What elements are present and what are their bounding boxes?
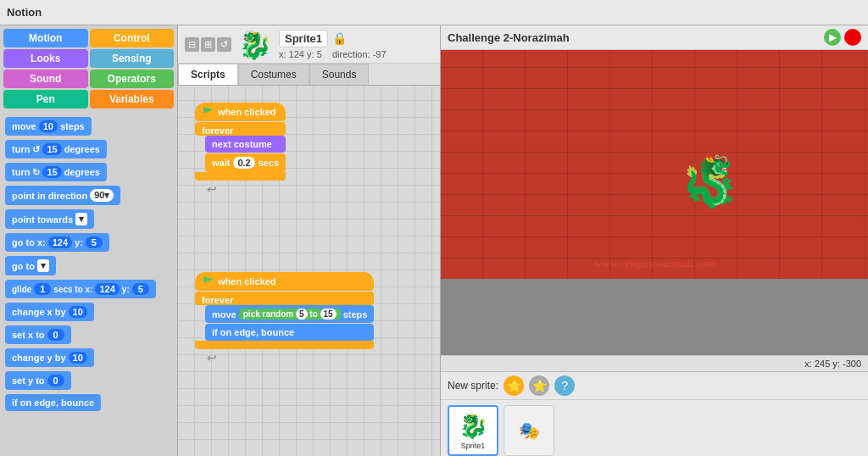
block-edge-bounce[interactable]: if on edge, bounce: [5, 394, 101, 411]
block-glide[interactable]: glide 1 secs to x: 124 y: 5: [5, 280, 156, 298]
blocks-list: move 10 steps turn ↺ 15 degrees turn ↻ 1…: [0, 112, 177, 456]
block-change-x[interactable]: change x by 10: [5, 303, 94, 321]
bottom-panel: New sprite: ⭐ ⭐ ? 🐉 Sprite1 🎭: [441, 371, 868, 456]
stop-button[interactable]: [844, 29, 861, 46]
tab-sounds[interactable]: Sounds: [309, 64, 370, 85]
sprite-header: ⊟ ⊞ ↺ 🐉 Sprite1 🔒 x: 124 y: 5 direction:…: [178, 25, 440, 64]
block-categories: Motion Control Looks Sensing Sound Opera…: [0, 25, 177, 112]
cat-sound[interactable]: Sound: [3, 70, 88, 88]
block-row: if on edge, bounce: [5, 394, 172, 411]
left-panel: Motion Control Looks Sensing Sound Opera…: [0, 25, 178, 456]
stage-title: Challenge 2-Norazimah: [448, 31, 570, 44]
block-row: turn ↺ 15 degrees: [5, 140, 172, 158]
script-group-1: when clicked forever next costume wait 0…: [195, 103, 286, 196]
stage-canvas: 🐉 www.cekgunorazimah.com: [441, 50, 868, 355]
sprites-list: 🐉 Sprite1 🎭: [441, 400, 868, 456]
block-turn-right[interactable]: turn ↻ 15 degrees: [5, 163, 107, 181]
when-clicked-1[interactable]: when clicked: [195, 103, 286, 121]
lock-icon: 🔒: [332, 31, 347, 45]
right-panel: Challenge 2-Norazimah ▶ 🐉 www.cekgunoraz…: [441, 25, 868, 456]
block-row: point in direction 90▾: [5, 186, 172, 205]
sprite-thumb-2[interactable]: 🎭: [504, 405, 554, 456]
cat-pen[interactable]: Pen: [3, 90, 88, 108]
cat-control[interactable]: Control: [90, 29, 175, 47]
block-change-y[interactable]: change y by 10: [5, 348, 94, 367]
block-set-y[interactable]: set y to 0: [5, 371, 71, 390]
green-flag-button[interactable]: ▶: [824, 29, 841, 46]
sprite-coords: x: 124 y: 5 direction: -97: [279, 49, 433, 59]
nav-rotate[interactable]: ↺: [217, 37, 231, 52]
block-edge-bounce-2[interactable]: if on edge, bounce: [205, 324, 374, 341]
forever-body-1: next costume wait 0.2 secs: [205, 136, 286, 172]
block-row: glide 1 secs to x: 124 y: 5: [5, 280, 172, 298]
block-point-direction[interactable]: point in direction 90▾: [5, 186, 120, 205]
sprite-info: Sprite1 🔒 x: 124 y: 5 direction: -97: [279, 30, 433, 59]
block-set-x[interactable]: set x to 0: [5, 325, 71, 344]
block-goto-xy[interactable]: go to x: 124 y: 5: [5, 233, 109, 252]
cat-looks[interactable]: Looks: [3, 49, 88, 68]
sprite-icon: 🐉: [238, 29, 272, 59]
block-turn-left[interactable]: turn ↺ 15 degrees: [5, 140, 107, 158]
dragon-emoji: 🐉: [680, 153, 741, 209]
new-sprite-label: New sprite:: [448, 380, 498, 392]
forever-label-1: forever: [195, 122, 286, 136]
block-row: point towards ▾: [5, 209, 172, 229]
middle-panel: ⊟ ⊞ ↺ 🐉 Sprite1 🔒 x: 124 y: 5 direction:…: [178, 25, 441, 456]
new-sprite-paint[interactable]: ⭐: [504, 375, 524, 396]
sprite-name-row: Sprite1 🔒: [279, 30, 433, 47]
tab-costumes[interactable]: Costumes: [238, 64, 309, 85]
block-goto[interactable]: go to ▾: [5, 256, 56, 275]
ground: [441, 279, 868, 355]
block-row: change x by 10: [5, 303, 172, 321]
new-sprite-upload[interactable]: ?: [554, 375, 575, 396]
nav-expand[interactable]: ⊞: [201, 37, 215, 52]
nav-shrink[interactable]: ⊟: [185, 37, 199, 52]
main-layout: Motion Control Looks Sensing Sound Opera…: [0, 25, 868, 456]
when-clicked-2[interactable]: when clicked: [195, 272, 374, 291]
sprite-thumb-1[interactable]: 🐉 Sprite1: [448, 405, 498, 456]
sprite-name[interactable]: Sprite1: [279, 30, 328, 47]
stage-controls: ▶: [824, 29, 861, 46]
sprite-thumb-label: Sprite1: [461, 442, 486, 450]
cat-motion[interactable]: Motion: [3, 29, 88, 47]
sprite-nav: ⊟ ⊞ ↺: [185, 37, 231, 52]
forever-cap-1: [195, 172, 286, 181]
block-row: move 10 steps: [5, 117, 172, 136]
cat-variables[interactable]: Variables: [90, 90, 175, 108]
script-group-2: when clicked forever move pick random 5 …: [195, 272, 374, 364]
script-tabs: Scripts Costumes Sounds: [178, 64, 440, 86]
brick-wall: [441, 50, 868, 279]
sprite-thumb-image: 🐉: [459, 412, 488, 440]
cat-sensing[interactable]: Sensing: [90, 49, 175, 68]
script-area[interactable]: when clicked forever next costume wait 0…: [178, 86, 440, 456]
block-move[interactable]: move 10 steps: [5, 117, 92, 136]
block-point-towards[interactable]: point towards ▾: [5, 209, 94, 229]
dragon-sprite: 🐉: [680, 152, 741, 210]
cat-operators[interactable]: Operators: [90, 70, 175, 88]
forever-label-2: forever: [195, 292, 374, 305]
new-sprite-random[interactable]: ⭐: [529, 375, 549, 396]
block-wait[interactable]: wait 0.2 secs: [205, 153, 286, 172]
top-bar: Notion: [0, 0, 868, 25]
forever-body-2: move pick random 5 to 15 steps if on edg…: [205, 305, 374, 341]
block-row: go to ▾: [5, 256, 172, 275]
watermark: www.cekgunorazimah.com: [594, 257, 715, 270]
block-next-costume[interactable]: next costume: [205, 136, 286, 153]
tab-scripts[interactable]: Scripts: [178, 64, 238, 85]
block-row: change y by 10: [5, 348, 172, 367]
app-title: Notion: [7, 6, 42, 19]
block-row: set y to 0: [5, 371, 172, 390]
stage-header: Challenge 2-Norazimah ▶: [441, 25, 868, 50]
block-move-random[interactable]: move pick random 5 to 15 steps: [205, 305, 374, 323]
forever-cap-2: [195, 341, 374, 349]
block-row: go to x: 124 y: 5: [5, 233, 172, 252]
new-sprite-bar: New sprite: ⭐ ⭐ ?: [441, 372, 868, 400]
block-row: set x to 0: [5, 325, 172, 344]
coords-display: x: 245 y: -300: [441, 355, 868, 371]
block-row: turn ↻ 15 degrees: [5, 163, 172, 181]
